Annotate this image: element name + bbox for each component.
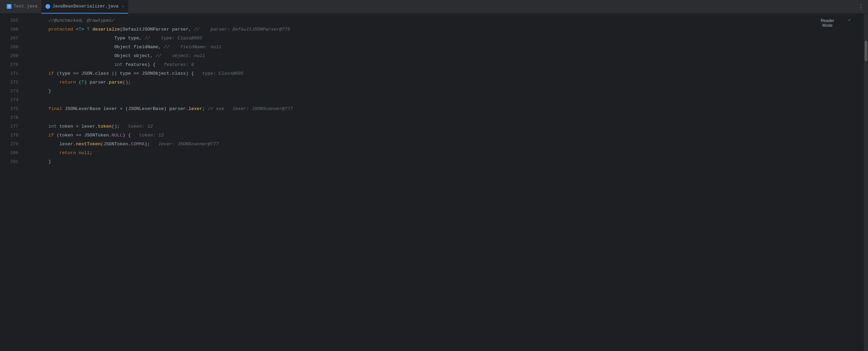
code-line-269: Object object, // object: null <box>24 52 861 60</box>
line-number: 280 <box>0 149 18 158</box>
code-line-272: return (T) parser.parse(); <box>24 78 861 87</box>
java-file-icon: J <box>7 4 12 9</box>
code-line-265: //@unchecked, @rawtypes/ <box>24 16 861 25</box>
line-number: 268 <box>0 43 18 52</box>
tab-bar: J Test.java JavaBeanDeserializer.java ✕ … <box>0 0 868 14</box>
line-number: 265 <box>0 16 18 25</box>
line-number: 277 <box>0 122 18 131</box>
check-icon: ✓ <box>848 16 851 24</box>
code-line-275: final JSONLexerBase lexer = (JSONLexerBa… <box>24 105 861 113</box>
line-number: 278 <box>0 131 18 140</box>
code-line-274 <box>24 96 861 105</box>
tab-label: Test.java <box>14 4 37 9</box>
line-numbers: 265 266 267 268 269 270 271 272 273 274 … <box>0 14 24 351</box>
code-editor[interactable]: Reader Mode ✓ //@unchecked, @rawtypes/ p… <box>24 14 861 351</box>
tab-javabean-deserializer[interactable]: JavaBeanDeserializer.java ✕ <box>41 0 128 14</box>
line-number: 279 <box>0 140 18 149</box>
line-number: 275 <box>0 105 18 113</box>
code-line-279: lexer.nextToken(JSONToken.COMMA); lexer:… <box>24 140 861 149</box>
code-line-281: } <box>24 158 861 166</box>
code-line-271: if (type == JSON.class || type == JSONOb… <box>24 69 861 78</box>
scrollbar-thumb[interactable] <box>865 41 867 61</box>
tab-test-java[interactable]: J Test.java <box>3 0 41 14</box>
scrollbar[interactable] <box>864 14 868 351</box>
editor-area: 265 266 267 268 269 270 271 272 273 274 … <box>0 14 868 351</box>
reader-mode-button[interactable]: Reader Mode <box>821 18 834 28</box>
line-number: 266 <box>0 25 18 34</box>
code-line-276 <box>24 113 861 122</box>
code-line-266: protected <T> T deserialze(DefaultJSONPa… <box>24 25 861 34</box>
tab-menu-icon[interactable]: ⋮ <box>858 3 864 11</box>
code-line-267: Type type, // type: Class@605 <box>24 34 861 43</box>
code-line-268: Object fieldName, // fieldName: null <box>24 43 861 52</box>
line-number: 267 <box>0 34 18 43</box>
code-line-278: if (token == JSONToken.NULL) { token: 12 <box>24 131 861 140</box>
java-circle-icon <box>45 4 50 9</box>
line-number: 269 <box>0 52 18 60</box>
tab-close-button[interactable]: ✕ <box>122 4 124 8</box>
reader-mode-label: Reader Mode <box>821 18 834 28</box>
code-line-280: return null; <box>24 149 861 158</box>
line-number: 276 <box>0 113 18 122</box>
code-line-273: } <box>24 87 861 96</box>
line-number: 281 <box>0 158 18 166</box>
code-line-270: int features) { features: 0 <box>24 60 861 69</box>
line-number: 270 <box>0 60 18 69</box>
line-number: 273 <box>0 87 18 96</box>
code-line-277: int token = lexer.token(); token: 12 <box>24 122 861 131</box>
tab-label: JavaBeanDeserializer.java <box>52 4 118 9</box>
right-gutter <box>861 14 868 351</box>
line-number: 271 <box>0 69 18 78</box>
line-number: 274 <box>0 96 18 105</box>
line-number: 272 <box>0 78 18 87</box>
